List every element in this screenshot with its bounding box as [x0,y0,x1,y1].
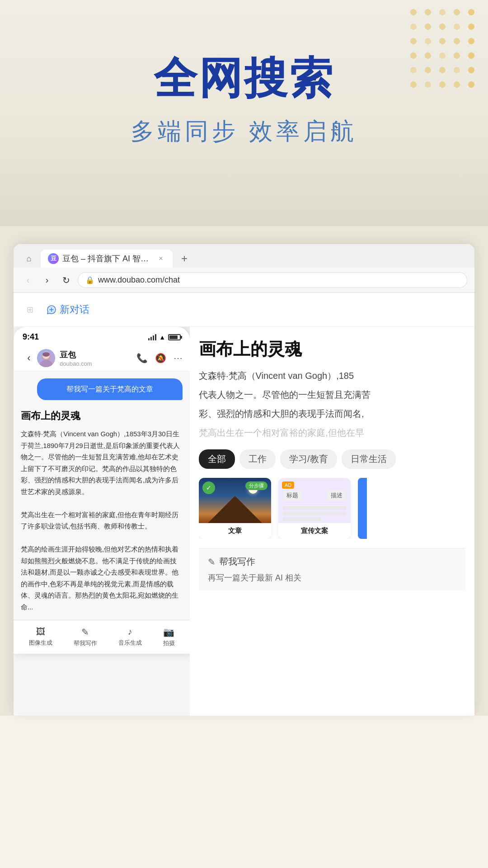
ai-write-icon: ✎ [208,557,216,567]
browser-back-button[interactable]: ‹ [21,273,35,288]
user-message-bubble: 帮我写一篇关于梵高的文章 [37,378,183,400]
article-text-line1: 文森特·梵高（Vincent van Gogh）,185 [199,368,465,383]
article-card[interactable]: ✓ 分步骤 文章 [199,478,271,539]
article-text-fade: 梵高出生在一个相对富裕的家庭,但他在早 [199,425,465,440]
sidebar-toggle-button[interactable]: ⊞ [23,302,37,317]
dot-grid-decoration [410,9,474,88]
article-section: 画布上的灵魂 文森特·梵高（Vincent van Gogh）,185 代表人物… [199,338,465,440]
content-cards: ✓ 分步骤 文章 AD [199,478,465,539]
phone-action-buttons: 📞 🔕 ⋯ [136,353,183,363]
new-tab-button[interactable]: + [176,250,192,267]
browser-content-toolbar: ⊞ 新对话 [14,293,474,327]
image-gen-label: 图像生成 [29,639,52,647]
ad-badge: AD [282,481,294,489]
card-lines [283,506,346,521]
phone-nav-bar: ‹ [14,345,190,371]
new-chat-label: 新对话 [60,303,89,316]
signal-strength-icon [148,334,156,340]
wifi-icon: ▲ [159,334,165,341]
card-2-title: 宣传文案 [278,523,351,539]
card-icon: ✓ [202,481,215,494]
card-line-2 [283,512,346,515]
ai-help-label: 帮我写作 [219,556,255,568]
tab-all[interactable]: 全部 [199,449,235,469]
new-chat-icon [46,304,57,315]
ssl-lock-icon: 🔒 [85,276,94,284]
phone-avatar [37,349,55,367]
hero-title: 全网搜索 [27,54,461,102]
browser-tab-active[interactable]: 豆 豆包 – 抖音旗下 AI 智能助手 × [41,250,173,268]
hero-subtitle: 多端同步 效率启航 [27,116,461,147]
contact-url: doubao.com [60,360,92,367]
right-panel: 画布上的灵魂 文森特·梵高（Vincent van Gogh）,185 代表人物… [190,327,474,716]
address-url: www.doubao.com/chat [98,275,180,285]
card-1-title: 文章 [199,523,271,539]
svg-point-1 [40,360,52,367]
write-label: 帮我写作 [74,639,97,647]
avatar-image [37,349,55,367]
browser-forward-button[interactable]: › [40,273,54,288]
address-bar[interactable]: 🔒 www.doubao.com/chat [78,272,467,288]
write-icon: ✎ [81,627,89,637]
card-label-desc: 描述 [327,491,346,500]
phone-signal-area: ▲ [148,334,181,341]
ai-response-text: 文森特·梵高（Vincent van Gogh）,1853年3月30日生于荷兰,… [21,428,183,613]
music-gen-icon: ♪ [128,627,132,637]
browser-reload-button[interactable]: ↻ [59,273,73,288]
article-text-line2: 代表人物之一。尽管他的一生短暂且充满苦 [199,387,465,402]
phone-back-button[interactable]: ‹ [21,350,37,366]
article-text-line3: 彩、强烈的情感和大胆的表现手法而闻名, [199,406,465,421]
phone-time: 9:41 [23,332,39,342]
browser-toolbar: ‹ › ↻ 🔒 www.doubao.com/chat [14,268,474,293]
image-gen-button[interactable]: 🖼 图像生成 [29,627,52,647]
card-line-1 [283,506,346,509]
phone-overlay: 9:41 ▲ [14,327,190,654]
new-chat-button[interactable]: 新对话 [41,300,95,319]
phone-contact-info: 豆包 doubao.com [37,349,136,367]
card-label-row: 标题 描述 [283,491,346,500]
card-image-2: AD 标题 描述 [278,478,351,523]
hero-section: 全网搜索 多端同步 效率启航 [0,0,488,226]
browser-home-button[interactable]: ⌂ [21,250,37,267]
browser-tab-bar: ⌂ 豆 豆包 – 抖音旗下 AI 智能助手 × + [14,244,474,268]
write-button[interactable]: ✎ 帮我写作 [74,627,97,647]
tab-label: 豆包 – 抖音旗下 AI 智能助手 [62,253,153,264]
contact-name: 豆包 [60,349,92,360]
card-step-badge: 分步骤 [245,481,267,490]
phone-status-bar: 9:41 ▲ [14,327,190,345]
promo-card[interactable]: AD 标题 描述 宣传文案 [278,478,351,539]
tab-favicon: 豆 [48,253,59,264]
camera-icon: 📷 [163,627,174,637]
category-tabs: 全部 工作 学习/教育 日常生活 [199,449,465,469]
music-gen-label: 音乐生成 [118,639,142,647]
phone-call-icon[interactable]: 📞 [136,353,148,363]
svg-point-3 [42,352,50,357]
tab-favicon-letter: 豆 [51,255,56,263]
card-image-1: ✓ 分步骤 [199,478,271,523]
article-title: 画布上的灵魂 [199,338,465,361]
tab-work[interactable]: 工作 [239,449,276,469]
tab-close-button[interactable]: × [156,254,165,263]
camera-button[interactable]: 📷 拍摄 [163,627,175,647]
browser-window: ⌂ 豆 豆包 – 抖音旗下 AI 智能助手 × + ‹ › ↻ 🔒 www.do… [14,244,474,716]
ai-rewrite-suggestion: 再写一篇关于最新 AI 相关 [208,572,456,583]
browser-split-area: 9:41 ▲ [14,327,474,716]
music-gen-button[interactable]: ♪ 音乐生成 [118,627,142,647]
contact-details: 豆包 doubao.com [60,349,92,367]
ai-help-section: ✎ 帮我写作 再写一篇关于最新 AI 相关 [199,548,465,590]
image-gen-icon: 🖼 [36,627,45,637]
card-3-partial [358,478,367,539]
phone-more-icon[interactable]: ⋯ [174,353,183,363]
battery-icon [168,334,181,340]
left-pane: 9:41 ▲ [14,327,190,716]
phone-chat-area: 帮我写一篇关于梵高的文章 画布上的灵魂 文森特·梵高（Vincent van G… [14,371,190,620]
ai-response-title: 画布上的灵魂 [21,409,183,423]
tab-education[interactable]: 学习/教育 [280,449,337,469]
card-line-3 [283,518,321,521]
ai-help-row: ✎ 帮我写作 [208,556,456,568]
phone-bottom-bar: 🖼 图像生成 ✎ 帮我写作 ♪ 音乐生成 📷 [14,620,190,654]
camera-label: 拍摄 [163,639,175,647]
tab-daily[interactable]: 日常生活 [342,449,396,469]
card-label-title: 标题 [283,491,302,500]
phone-mute-icon[interactable]: 🔕 [155,353,166,363]
